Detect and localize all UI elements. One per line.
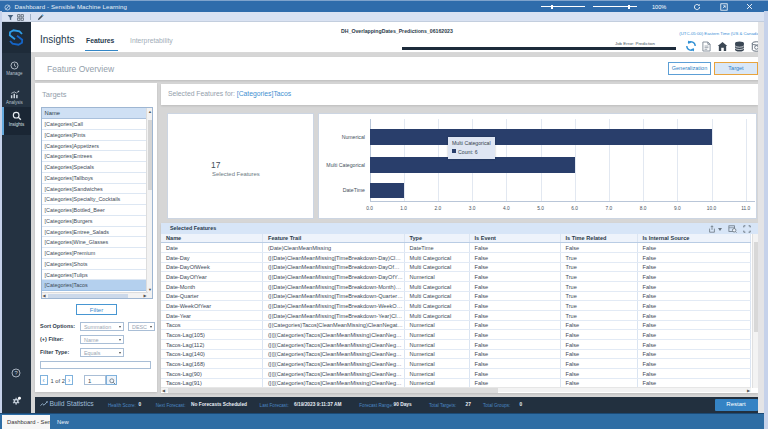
svg-text:?: ? (14, 370, 18, 376)
